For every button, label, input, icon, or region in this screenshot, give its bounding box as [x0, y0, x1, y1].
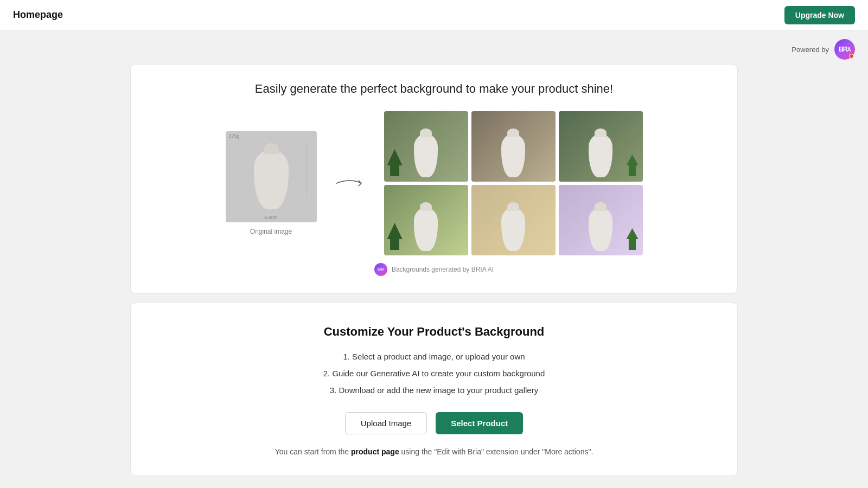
step-2: 2. Guide our Generative AI to create you… — [323, 369, 545, 378]
gen-image-5 — [471, 185, 556, 255]
bria-logo-dot — [849, 54, 854, 59]
gen-image-1 — [384, 111, 468, 182]
page-title: Homepage — [13, 9, 63, 21]
main-content: Easily generate the perfect background t… — [0, 64, 868, 476]
bria-mini-logo: BRA — [374, 263, 387, 276]
original-label: Original image — [250, 228, 292, 235]
upload-image-button[interactable]: Upload Image — [345, 412, 427, 434]
plant-decoration — [387, 149, 403, 176]
vase-original — [254, 150, 289, 209]
gen-image-4 — [384, 185, 468, 255]
arrow-icon — [334, 175, 367, 191]
bria-footer-text: Backgrounds generated by BRIA AI — [392, 266, 494, 273]
plant-decoration-4 — [387, 223, 403, 250]
customize-card: Customize Your Product's Background 1. S… — [130, 303, 738, 476]
generated-images-grid — [384, 111, 643, 255]
original-image-box: 375g 6.8cm — [226, 131, 317, 222]
select-product-button[interactable]: Select Product — [436, 412, 523, 434]
vase-gen-6 — [589, 208, 612, 251]
vase-gen-3 — [589, 134, 612, 177]
original-image-wrap: 375g 6.8cm Original image — [226, 131, 317, 235]
footer-note: You can start from the product page usin… — [275, 447, 593, 456]
bria-logo-text: BRA — [839, 46, 851, 53]
footer-note-link: product page — [351, 447, 399, 456]
bria-logo: BRA — [834, 39, 855, 60]
dashed-line — [307, 142, 307, 196]
gen-image-6 — [559, 185, 643, 255]
action-buttons: Upload Image Select Product — [345, 412, 523, 434]
gen-image-3 — [559, 111, 643, 182]
customize-title: Customize Your Product's Background — [324, 325, 545, 339]
hero-title: Easily generate the perfect background t… — [255, 82, 613, 96]
vase-gen-4 — [414, 208, 438, 251]
orig-bottom-label: 6.8cm — [264, 215, 278, 220]
footer-note-prefix: You can start from the — [275, 447, 351, 456]
header: Homepage Upgrade Now — [0, 0, 868, 30]
step-3: 3. Download or add the new image to your… — [323, 386, 545, 395]
hero-visual: 375g 6.8cm Original image — [157, 111, 711, 255]
powered-by-label: Powered by — [792, 46, 829, 54]
plant-decoration-right — [627, 155, 639, 176]
hero-card: Easily generate the perfect background t… — [130, 64, 738, 294]
gen-image-2 — [471, 111, 556, 182]
step-1: 1. Select a product and image, or upload… — [323, 352, 545, 361]
vase-gen-2 — [501, 134, 525, 177]
plant-decoration-6 — [627, 228, 639, 250]
orig-top-label: 375g — [229, 133, 240, 139]
steps-list: 1. Select a product and image, or upload… — [323, 352, 545, 395]
upgrade-button[interactable]: Upgrade Now — [784, 6, 855, 24]
vase-gen-5 — [501, 208, 525, 251]
bria-footer: BRA Backgrounds generated by BRIA AI — [374, 263, 494, 276]
powered-by-row: Powered by BRA — [0, 30, 868, 64]
vase-gen-1 — [414, 134, 438, 177]
arrow-wrap — [334, 175, 367, 191]
footer-note-suffix: using the "Edit with Bria" extension und… — [399, 447, 593, 456]
